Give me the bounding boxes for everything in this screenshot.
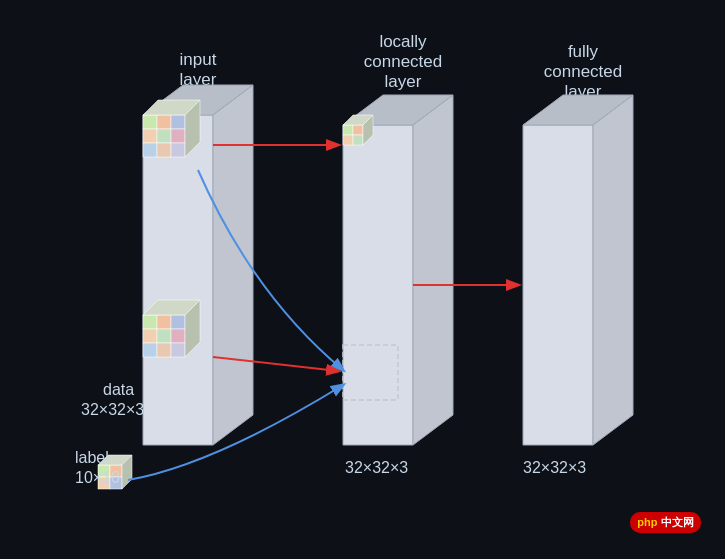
svg-text:data: data [103,381,134,398]
diagram-svg: input layer locally connected layer full… [13,15,713,545]
php-badge-text: php [637,516,657,528]
php-badge: php 中文网 [630,512,700,533]
svg-text:layer: layer [384,72,421,91]
php-badge-suffix: 中文网 [661,516,694,528]
svg-rect-30 [157,315,171,329]
svg-rect-33 [157,329,171,343]
svg-rect-24 [143,143,157,157]
svg-marker-12 [343,125,413,445]
svg-rect-23 [171,129,185,143]
svg-text:label: label [75,449,109,466]
svg-text:connected: connected [543,62,621,81]
svg-marker-11 [213,85,253,445]
svg-rect-41 [353,125,363,135]
svg-text:connected: connected [363,52,441,71]
svg-marker-15 [523,125,593,445]
svg-rect-43 [353,135,363,145]
svg-rect-20 [171,115,185,129]
svg-text:fully: fully [567,42,598,61]
svg-rect-29 [143,315,157,329]
svg-text:input: input [179,50,216,69]
svg-rect-19 [157,115,171,129]
svg-rect-18 [143,115,157,129]
svg-marker-17 [593,95,633,445]
svg-text:32×32×3: 32×32×3 [523,459,586,476]
svg-rect-21 [143,129,157,143]
svg-rect-25 [157,143,171,157]
main-container: input layer locally connected layer full… [0,0,725,559]
svg-rect-36 [157,343,171,357]
svg-marker-14 [413,95,453,445]
svg-marker-9 [143,115,213,445]
diagram-area: input layer locally connected layer full… [13,15,713,545]
svg-rect-42 [343,135,353,145]
svg-rect-37 [171,343,185,357]
svg-rect-35 [143,343,157,357]
svg-rect-31 [171,315,185,329]
svg-text:32×32×3: 32×32×3 [81,401,144,418]
svg-text:locally: locally [379,32,427,51]
svg-text:32×32×3: 32×32×3 [345,459,408,476]
svg-rect-26 [171,143,185,157]
svg-text:10×10: 10×10 [75,469,120,486]
svg-rect-22 [157,129,171,143]
svg-rect-32 [143,329,157,343]
svg-rect-40 [343,125,353,135]
svg-rect-34 [171,329,185,343]
